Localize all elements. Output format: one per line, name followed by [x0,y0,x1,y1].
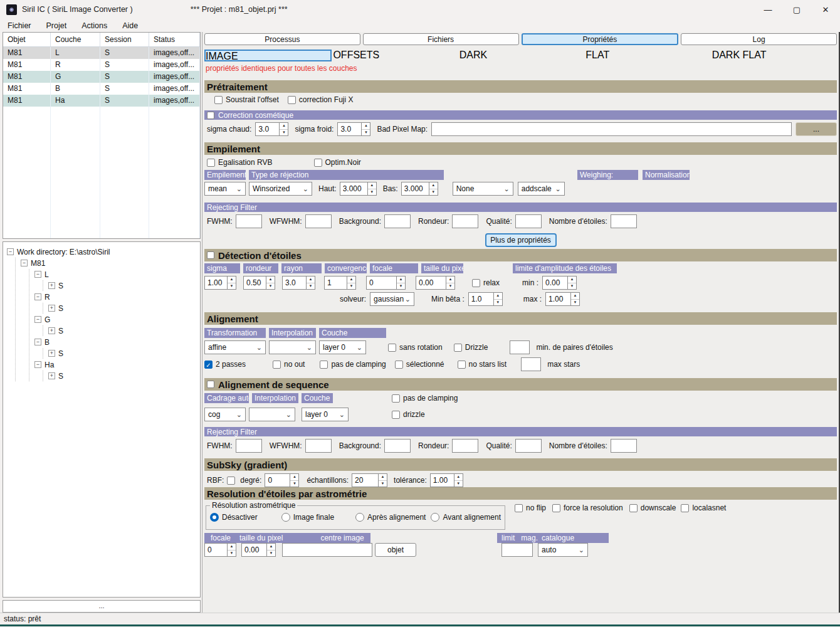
radio-apres-alignement[interactable]: Après alignement [355,513,426,522]
objet-button[interactable]: objet [375,543,416,557]
tab-fichiers[interactable]: Fichiers [363,33,519,45]
centre-image-input[interactable] [282,543,372,557]
spin-up-icon[interactable] [446,277,454,283]
rondeur-spin-input[interactable] [243,276,266,290]
seq-interpolation-select[interactable] [249,408,295,421]
spin-down-icon[interactable] [290,481,298,487]
min-input[interactable] [542,276,567,290]
max-input[interactable] [545,292,570,306]
selectionne-checkbox[interactable]: sélectionné [395,360,444,369]
table-cell[interactable]: images,off... [149,71,200,83]
spin-down-icon[interactable] [454,481,463,487]
sans-rotation-checkbox[interactable]: sans rotation [388,343,443,352]
menu-aide[interactable]: Aide [122,21,138,30]
spin-down-icon[interactable] [307,283,315,290]
rondeur-input-2[interactable] [452,439,478,453]
tree-item-channel[interactable]: Ha [34,359,199,370]
relax-checkbox[interactable]: relax [472,278,500,287]
table-row[interactable]: M81 [3,95,51,107]
astro-focale-input[interactable] [204,543,227,557]
table-cell[interactable]: B [51,83,100,95]
spin-up-icon[interactable] [228,277,236,283]
align-interpolation-select[interactable] [269,340,316,354]
spin-up-icon[interactable] [347,277,355,283]
two-passes-checkbox[interactable]: 2 passes [204,360,246,369]
minimize-button[interactable]: — [753,0,782,19]
spinner-arrows[interactable] [347,276,356,290]
background-input-2[interactable] [384,439,411,453]
drizzle-checkbox[interactable]: Drizzle [454,343,488,352]
menu-fichier[interactable]: Fichier [8,21,31,30]
downscale-checkbox[interactable]: downscale [629,503,676,512]
column-header-couche[interactable]: Couche [51,33,100,47]
table-cell[interactable]: images,off... [149,47,200,59]
alignement-sequence-checkbox[interactable] [207,381,214,388]
no-flip-checkbox[interactable]: no flip [515,503,546,512]
menu-actions[interactable]: Actions [81,21,107,30]
sigma-input[interactable] [204,276,227,290]
table-cell[interactable]: S [100,59,149,71]
sigma-chaud-input[interactable] [255,122,279,136]
spinner-arrows[interactable] [396,276,406,290]
spin-up-icon[interactable] [571,293,579,300]
seq-pas-clamping-checkbox[interactable]: pas de clamping [392,394,458,403]
column-header-session[interactable]: Session [100,33,149,47]
spin-up-icon[interactable] [362,123,370,130]
spin-down-icon[interactable] [397,283,405,290]
table-cell[interactable]: S [100,47,149,59]
fwhm-input-2[interactable] [236,439,262,453]
rayon-input[interactable] [282,276,306,290]
spin-up-icon[interactable] [368,182,376,189]
tree-item-session[interactable]: S [48,325,199,336]
qualite-input[interactable] [515,214,542,228]
close-button[interactable]: ✕ [811,0,840,19]
spin-down-icon[interactable] [228,283,236,290]
plus-proprietes-button[interactable]: Plus de propriétés [485,233,557,247]
spin-down-icon[interactable] [446,283,454,290]
spinner-arrows[interactable] [361,122,370,136]
degre-input[interactable] [265,473,290,487]
table-cell[interactable]: S [100,71,149,83]
table-cell[interactable]: Ha [51,95,100,107]
focale-input[interactable] [366,276,396,290]
spin-down-icon[interactable] [368,189,376,196]
tree-item-channel[interactable]: B [34,337,199,347]
spin-down-icon[interactable] [362,130,370,136]
spin-up-icon[interactable] [397,277,405,283]
table-cell[interactable]: S [100,83,149,95]
expand-icon[interactable] [48,305,55,312]
force-resolution-checkbox[interactable]: force la resolution [552,503,623,512]
min-pairs-input[interactable] [510,340,530,354]
spin-down-icon[interactable] [494,300,502,306]
wfwhm-input-2[interactable] [305,439,332,453]
correction-cosmetique-checkbox[interactable] [207,112,214,119]
weighing-select[interactable]: None [453,182,513,196]
spin-down-icon[interactable] [267,551,275,557]
spinner-arrows[interactable] [378,473,387,487]
tree-item-session[interactable]: S [48,371,199,381]
spinner-arrows[interactable] [429,182,438,196]
collapse-icon[interactable] [34,316,41,323]
spin-up-icon[interactable] [228,544,236,551]
spinner-arrows[interactable] [567,276,577,290]
spin-down-icon[interactable] [429,189,438,196]
align-couche-select[interactable]: layer 0 [319,340,366,354]
spinner-arrows[interactable] [266,276,275,290]
nb-etoiles-input[interactable] [611,214,637,228]
spin-up-icon[interactable] [568,277,576,283]
tree-item-object[interactable]: M81 [21,258,199,268]
bas-input[interactable] [401,182,429,196]
transformation-select[interactable]: affine [204,340,266,354]
astro-pixel-input[interactable] [241,543,266,557]
spin-up-icon[interactable] [429,182,438,189]
radio-avant-alignement[interactable]: Avant alignement [431,513,501,522]
tab-flat[interactable]: FLAT [585,50,710,61]
pas-clamping-checkbox[interactable]: pas de clamping [320,360,386,369]
normalisation-select[interactable]: addscale [518,182,565,196]
menu-projet[interactable]: Projet [46,21,67,30]
tab-log[interactable]: Log [681,33,837,45]
spin-up-icon[interactable] [280,123,288,130]
tab-image[interactable]: IMAGE [204,50,332,61]
spinner-arrows[interactable] [227,543,236,557]
spinner-arrows[interactable] [493,292,503,306]
